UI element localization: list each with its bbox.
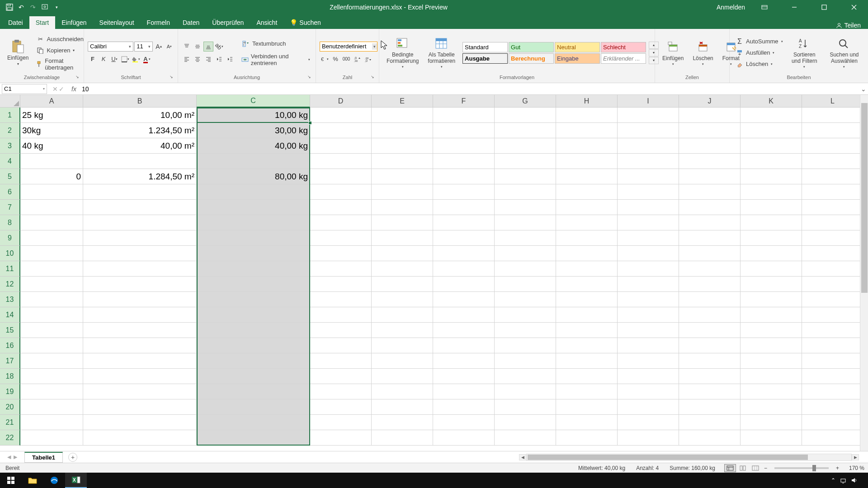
cell-F6[interactable] [433, 184, 495, 200]
cell-E3[interactable] [372, 138, 433, 154]
cell-L5[interactable] [802, 169, 863, 184]
cell-C19[interactable] [197, 384, 310, 399]
cell-A15[interactable] [20, 323, 83, 338]
cell-A11[interactable] [20, 261, 83, 277]
style-standard[interactable]: Standard [462, 42, 508, 52]
tab-suchen[interactable]: 💡Suchen [283, 16, 327, 29]
cell-L3[interactable] [802, 138, 863, 154]
row-header-9[interactable]: 9 [0, 230, 20, 246]
cell-F20[interactable] [433, 399, 495, 415]
cell-A21[interactable] [20, 415, 83, 430]
cell-L1[interactable] [802, 108, 863, 123]
cell-G2[interactable] [495, 123, 556, 138]
edge-icon[interactable] [43, 473, 65, 488]
style-erklaerender[interactable]: Erklärender ... [601, 53, 646, 64]
style-schlecht[interactable]: Schlecht [601, 42, 646, 52]
cell-B3[interactable]: 40,00 m² [83, 138, 197, 154]
cell-H4[interactable] [556, 154, 618, 169]
cell-A9[interactable] [20, 230, 83, 246]
cell-F11[interactable] [433, 261, 495, 277]
tab-einfuegen[interactable]: Einfügen [55, 16, 93, 29]
cell-G20[interactable] [495, 399, 556, 415]
cell-J3[interactable] [679, 138, 741, 154]
cell-D3[interactable] [310, 138, 372, 154]
view-normal-icon[interactable] [724, 464, 736, 472]
cell-E12[interactable] [372, 277, 433, 292]
increase-decimal-button[interactable]: ,0,00 [352, 54, 362, 64]
cell-G18[interactable] [495, 369, 556, 384]
cell-K8[interactable] [741, 215, 802, 230]
cell-C15[interactable] [197, 323, 310, 338]
cell-J22[interactable] [679, 430, 741, 446]
horizontal-scrollbar[interactable] [526, 454, 852, 461]
cell-I5[interactable] [618, 169, 679, 184]
row-header-4[interactable]: 4 [0, 154, 20, 169]
accounting-button[interactable]: €▾ [320, 54, 330, 64]
cell-K10[interactable] [741, 246, 802, 261]
cell-L8[interactable] [802, 215, 863, 230]
cell-B1[interactable]: 10,00 m² [83, 108, 197, 123]
cell-I18[interactable] [618, 369, 679, 384]
cell-C10[interactable] [197, 246, 310, 261]
cell-J11[interactable] [679, 261, 741, 277]
col-header-B[interactable]: B [83, 95, 197, 108]
cell-L22[interactable] [802, 430, 863, 446]
cell-H10[interactable] [556, 246, 618, 261]
cell-L12[interactable] [802, 277, 863, 292]
cell-B10[interactable] [83, 246, 197, 261]
cell-H16[interactable] [556, 338, 618, 353]
cell-D13[interactable] [310, 292, 372, 307]
cell-D1[interactable] [310, 108, 372, 123]
align-bottom-button[interactable] [203, 42, 213, 52]
row-header-5[interactable]: 5 [0, 169, 20, 184]
cell-G15[interactable] [495, 323, 556, 338]
align-middle-button[interactable] [193, 42, 203, 52]
cell-H2[interactable] [556, 123, 618, 138]
clear-button[interactable]: Löschen▾ [733, 59, 785, 70]
row-header-22[interactable]: 22 [0, 430, 20, 446]
cell-I19[interactable] [618, 384, 679, 399]
align-right-button[interactable] [203, 54, 213, 64]
cell-H5[interactable] [556, 169, 618, 184]
cell-A14[interactable] [20, 307, 83, 323]
cell-D9[interactable] [310, 230, 372, 246]
bold-button[interactable]: F [88, 54, 98, 64]
cell-G6[interactable] [495, 184, 556, 200]
row-header-16[interactable]: 16 [0, 338, 20, 353]
row-header-3[interactable]: 3 [0, 138, 20, 154]
cell-F9[interactable] [433, 230, 495, 246]
cell-J12[interactable] [679, 277, 741, 292]
cell-D4[interactable] [310, 154, 372, 169]
cell-D7[interactable] [310, 200, 372, 215]
cell-F17[interactable] [433, 353, 495, 369]
row-header-8[interactable]: 8 [0, 215, 20, 230]
comma-button[interactable]: 000 [341, 54, 351, 64]
tray-chevron-icon[interactable]: ⌃ [831, 477, 835, 483]
cell-D22[interactable] [310, 430, 372, 446]
cell-I22[interactable] [618, 430, 679, 446]
sheet-nav-prev-icon[interactable]: ◀ [7, 454, 11, 460]
row-header-19[interactable]: 19 [0, 384, 20, 399]
cell-H3[interactable] [556, 138, 618, 154]
cell-B6[interactable] [83, 184, 197, 200]
cell-C21[interactable] [197, 415, 310, 430]
cell-I21[interactable] [618, 415, 679, 430]
row-header-20[interactable]: 20 [0, 399, 20, 415]
cell-J16[interactable] [679, 338, 741, 353]
cell-I2[interactable] [618, 123, 679, 138]
cell-B12[interactable] [83, 277, 197, 292]
delete-cells-button[interactable]: Löschen▾ [689, 38, 717, 68]
select-all-corner[interactable] [0, 95, 20, 108]
cell-J2[interactable] [679, 123, 741, 138]
cell-G16[interactable] [495, 338, 556, 353]
cell-E18[interactable] [372, 369, 433, 384]
cell-D16[interactable] [310, 338, 372, 353]
cell-K12[interactable] [741, 277, 802, 292]
cell-I17[interactable] [618, 353, 679, 369]
cell-L9[interactable] [802, 230, 863, 246]
cell-C17[interactable] [197, 353, 310, 369]
cell-C6[interactable] [197, 184, 310, 200]
cell-K9[interactable] [741, 230, 802, 246]
cell-C4[interactable] [197, 154, 310, 169]
cell-L14[interactable] [802, 307, 863, 323]
